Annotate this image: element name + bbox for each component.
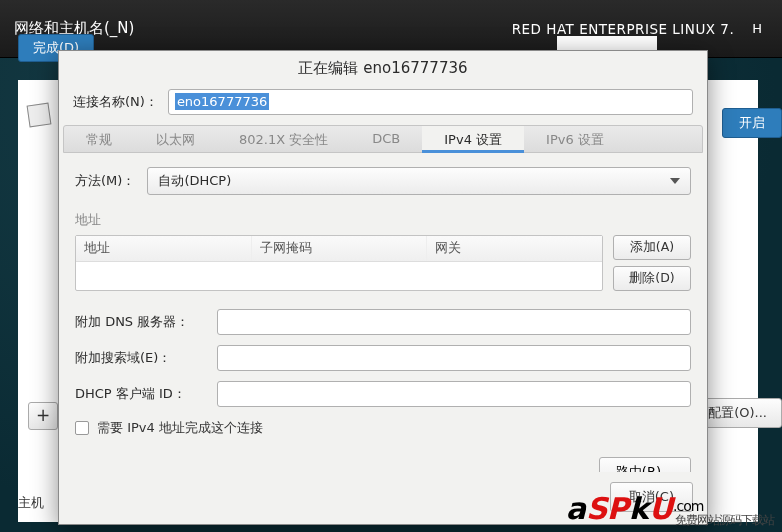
dhcp-client-id-label: DHCP 客户端 ID：	[75, 385, 205, 403]
routes-button[interactable]: 路由(R)…	[599, 457, 691, 472]
require-ipv4-checkbox[interactable]	[75, 421, 89, 435]
method-label: 方法(M)：	[75, 172, 135, 190]
help-button[interactable]: H	[746, 19, 768, 38]
tab-ipv6[interactable]: IPv6 设置	[524, 126, 626, 152]
chevron-down-icon	[670, 178, 680, 184]
connection-name-label: 连接名称(N)：	[73, 93, 158, 111]
col-address: 地址	[76, 236, 252, 261]
address-table[interactable]: 地址 子网掩码 网关	[75, 235, 603, 291]
searchdomains-label: 附加搜索域(E)：	[75, 349, 205, 367]
tab-ethernet[interactable]: 以太网	[134, 126, 217, 152]
dhcp-client-id-input[interactable]	[217, 381, 691, 407]
tab-body-ipv4: 方法(M)： 自动(DHCP) 地址 地址 子网掩码 网关 添加(A) 删除(D	[59, 153, 707, 472]
interface-icon	[27, 103, 52, 128]
dns-label: 附加 DNS 服务器：	[75, 313, 205, 331]
require-ipv4-label: 需要 IPv4 地址完成这个连接	[97, 419, 263, 437]
col-gateway: 网关	[427, 236, 602, 261]
address-section-label: 地址	[75, 211, 691, 229]
hostname-label: 主机	[18, 494, 44, 512]
tab-general[interactable]: 常规	[64, 126, 134, 152]
tab-8021x[interactable]: 802.1X 安全性	[217, 126, 350, 152]
searchdomains-input[interactable]	[217, 345, 691, 371]
dns-input[interactable]	[217, 309, 691, 335]
dialog-title: 正在编辑 eno16777736	[59, 51, 707, 89]
edit-connection-dialog: 正在编辑 eno16777736 连接名称(N)： eno16777736 常规…	[58, 50, 708, 525]
tab-dcb[interactable]: DCB	[350, 126, 422, 152]
dialog-tabs: 常规 以太网 802.1X 安全性 DCB IPv4 设置 IPv6 设置	[63, 125, 703, 153]
cancel-button[interactable]: 取消(C)	[610, 482, 693, 512]
connection-name-input[interactable]: eno16777736	[168, 89, 693, 115]
add-interface-button[interactable]: +	[28, 402, 58, 430]
col-netmask: 子网掩码	[252, 236, 428, 261]
toggle-on-button[interactable]: 开启	[722, 108, 782, 138]
add-address-button[interactable]: 添加(A)	[613, 235, 691, 260]
delete-address-button[interactable]: 删除(D)	[613, 266, 691, 291]
method-combo[interactable]: 自动(DHCP)	[147, 167, 691, 195]
distro-label: RED HAT ENTERPRISE LINUX 7.	[512, 21, 735, 37]
method-value: 自动(DHCP)	[158, 172, 231, 190]
tab-ipv4[interactable]: IPv4 设置	[422, 126, 524, 153]
dialog-footer: 取消(C)	[59, 472, 707, 524]
connection-name-value: eno16777736	[175, 93, 269, 110]
